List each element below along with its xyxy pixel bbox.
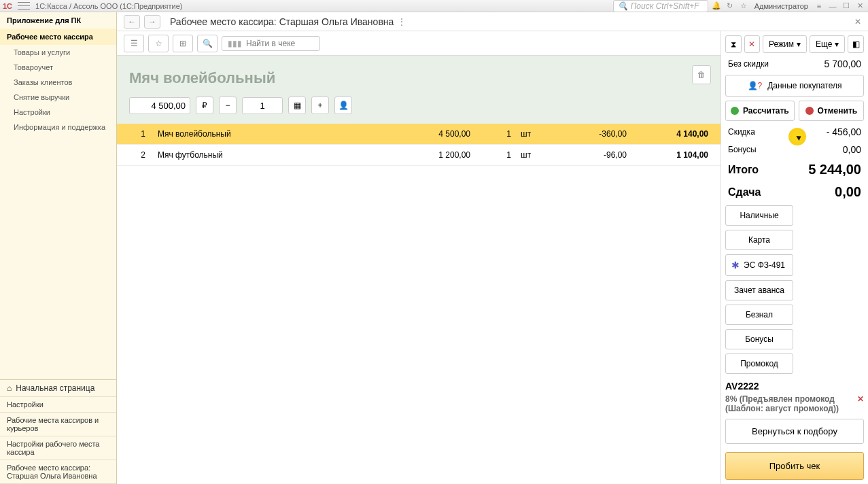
customer-button[interactable]: 👤?Данные покупателя (725, 75, 864, 97)
more-button[interactable]: Еще▾ (810, 35, 845, 53)
person-icon-button[interactable]: 👤 (334, 97, 352, 114)
close-window-icon[interactable]: ✕ (854, 1, 865, 12)
chevron-down-icon: ▾ (835, 39, 839, 49)
table-row[interactable]: 2 Мяч футбольный 1 200,00 1 шт -96,00 1 … (117, 145, 721, 166)
search-receipt-input[interactable] (246, 39, 314, 48)
star-icon[interactable]: ☆ (738, 1, 749, 12)
search-button[interactable]: 🔍 (197, 35, 218, 52)
discount-label: Скидка (728, 127, 755, 137)
cancel-icon (805, 107, 814, 115)
search-icon: 🔍 (618, 1, 628, 11)
sidebar-current-workplace[interactable]: Рабочее место кассира: Старшая Ольга Ива… (0, 460, 116, 484)
sidebar-workplaces[interactable]: Рабочие места кассиров и курьеров (0, 413, 116, 436)
page-title: Рабочее место кассира: Старшая Ольга Ива… (170, 16, 394, 27)
change-label: Сдача (728, 186, 761, 198)
calc-icon-button[interactable]: ▦ (288, 97, 306, 114)
home-icon: ⌂ (7, 383, 12, 393)
change-value: 0,00 (835, 184, 861, 200)
pay-noncash-button[interactable]: Безнал (725, 305, 793, 325)
history-icon[interactable]: ↻ (725, 1, 735, 12)
no-discount-label: Без скидки (728, 59, 769, 69)
pay-cash-button[interactable]: Наличные (725, 205, 793, 226)
check-icon (731, 107, 739, 115)
titlebar: 1C 1С:Касса / Ассоль ООО (1С:Предприятие… (0, 0, 868, 12)
user-label[interactable]: Администратор (752, 2, 811, 10)
global-search[interactable]: 🔍 Поиск Ctrl+Shift+F (613, 0, 708, 12)
person-question-icon: 👤? (748, 81, 763, 90)
hourglass-button[interactable]: ⧗ (725, 35, 742, 53)
sidebar-item-cashier[interactable]: Рабочее место кассира (0, 29, 116, 45)
checkout-button[interactable]: Пробить чек (725, 452, 864, 480)
qty-minus-button[interactable]: − (219, 97, 237, 114)
remove-promo-icon[interactable]: ✕ (857, 394, 864, 404)
sidebar-sub-goods[interactable]: Товары и услуги (0, 45, 116, 60)
table-row[interactable]: 1 Мяч волейбольный 4 500,00 1 шт -360,00… (117, 124, 721, 145)
bonus-value: 0,00 (843, 144, 861, 155)
total-label: Итого (728, 164, 759, 176)
window-title: 1С:Касса / Ассоль ООО (1С:Предприятие) (35, 2, 613, 10)
calculate-button[interactable]: Рассчитать (725, 101, 795, 121)
sidebar-sub-orders[interactable]: Заказы клиентов (0, 75, 116, 90)
promo-description: 8% (Предъявлен промокод (Шаблон: август … (725, 394, 864, 413)
minimize-icon[interactable]: — (827, 1, 838, 12)
menu-icon[interactable] (18, 1, 30, 11)
item-controls: ₽ − ▦ + 👤 (117, 97, 721, 124)
maximize-icon[interactable]: ☐ (841, 1, 852, 12)
promo-code: AV2222 (725, 381, 864, 392)
sidebar-sub-info[interactable]: Информация и поддержка (0, 120, 116, 135)
sidebar-sub-inventory[interactable]: Товароучет (0, 60, 116, 75)
page-menu-icon[interactable]: ⋮ (398, 17, 406, 27)
pay-card-button[interactable]: Карта (725, 230, 793, 250)
favorite-button[interactable]: ☆ (148, 35, 169, 52)
filter-icon[interactable]: ≡ (814, 1, 824, 12)
qty-input[interactable] (242, 97, 283, 114)
sidebar-settings[interactable]: Настройки (0, 397, 116, 413)
sidebar-workplace-settings[interactable]: Настройки рабочего места кассира (0, 436, 116, 460)
discount-value: - 456,00 (827, 126, 861, 137)
barcode-icon: ▮▮▮ (228, 39, 242, 48)
receipt-table: 1 Мяч волейбольный 4 500,00 1 шт -360,00… (117, 124, 721, 484)
grid-view-button[interactable]: ⊞ (173, 35, 193, 52)
panel-toggle-button[interactable]: ◧ (848, 35, 864, 53)
cancel-button[interactable]: Отменить (799, 101, 864, 121)
pay-sbp-button[interactable]: ✱ЭС ФЗ-491 (725, 254, 793, 276)
currency-button[interactable]: ₽ (196, 97, 213, 114)
search-receipt[interactable]: ▮▮▮ (222, 36, 320, 51)
item-header: Мяч волейбольный 🗑 (117, 56, 721, 97)
app-logo: 1C (3, 2, 12, 10)
nav-back-button[interactable]: ← (124, 15, 140, 29)
list-view-button[interactable]: ☰ (124, 35, 144, 52)
sidebar-sub-revenue[interactable]: Снятие выручки (0, 90, 116, 105)
toolbar: ☰ ☆ ⊞ 🔍 ▮▮▮ (117, 31, 721, 56)
nav-forward-button[interactable]: → (144, 15, 160, 29)
delete-button[interactable]: 🗑 (692, 65, 711, 84)
page-header: ← → Рабочее место кассира: Старшая Ольга… (117, 12, 868, 31)
sidebar-sub-settings[interactable]: Настройки (0, 105, 116, 120)
promo-block: AV2222 8% (Предъявлен промокод (Шаблон: … (725, 381, 864, 413)
page-close-icon[interactable]: ✕ (854, 17, 861, 27)
sidebar-home[interactable]: ⌂Начальная страница (0, 380, 116, 397)
sidebar-app-name[interactable]: Приложение для ПК (0, 12, 116, 29)
clear-button[interactable]: ✕ (744, 35, 761, 53)
no-discount-value: 5 700,00 (824, 58, 862, 69)
item-title: Мяч волейбольный (129, 69, 708, 87)
sidebar: Приложение для ПК Рабочее место кассира … (0, 12, 117, 484)
pay-bonus-button[interactable]: Бонусы (725, 329, 793, 349)
total-value: 5 244,00 (808, 162, 861, 177)
asterisk-icon: ✱ (731, 260, 740, 271)
mode-button[interactable]: Режим▾ (763, 35, 807, 53)
price-input[interactable] (129, 97, 190, 114)
back-to-selection-button[interactable]: Вернуться к подбору (725, 419, 864, 444)
bell-icon[interactable]: 🔔 (711, 1, 722, 12)
chevron-down-icon: ▾ (797, 39, 801, 49)
bonus-label: Бонусы (728, 145, 757, 154)
qty-plus-button[interactable]: + (311, 97, 329, 114)
pay-advance-button[interactable]: Зачет аванса (725, 280, 793, 300)
pay-promo-button[interactable]: Промокод (725, 353, 793, 374)
right-panel: ⧗ ✕ Режим▾ Еще▾ ◧ Без скидки5 700,00 👤?Д… (721, 31, 868, 484)
